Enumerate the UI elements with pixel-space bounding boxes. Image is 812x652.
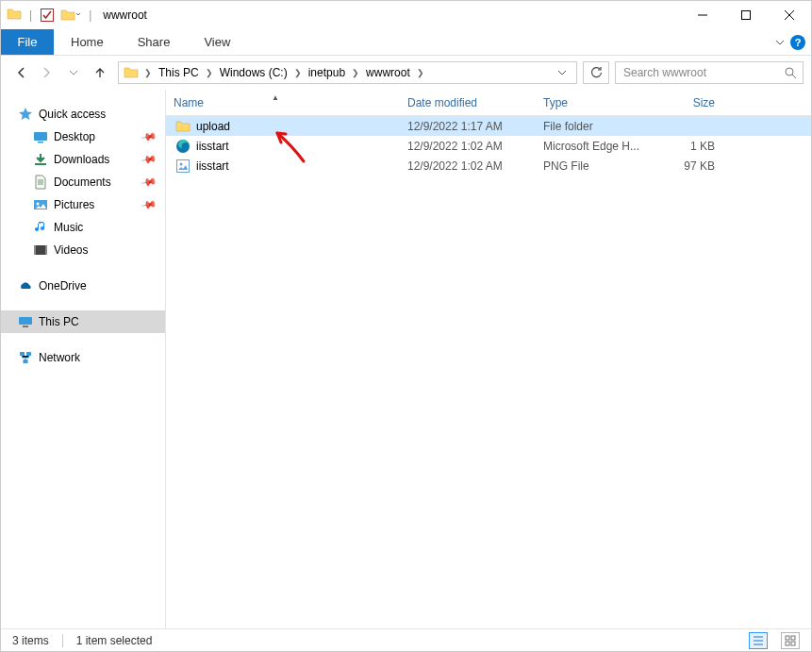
sidebar-item-label: This PC xyxy=(39,315,79,328)
sidebar-videos[interactable]: Videos xyxy=(1,239,165,261)
breadcrumb-inetpub[interactable]: inetpub xyxy=(305,62,349,83)
file-row[interactable]: iisstart 12/9/2022 1:02 AM PNG File 97 K… xyxy=(166,156,811,176)
sidebar-item-label: Quick access xyxy=(39,108,106,121)
breadcrumb-wwwroot[interactable]: wwwroot xyxy=(362,62,414,83)
svg-rect-19 xyxy=(24,359,28,363)
folder-icon xyxy=(121,65,141,80)
chevron-right-icon[interactable]: ❯ xyxy=(204,68,215,77)
status-selection: 1 item selected xyxy=(76,634,153,647)
sidebar-network[interactable]: Network xyxy=(1,346,165,369)
ribbon: File Home Share View ? xyxy=(1,29,811,56)
file-row[interactable]: upload 12/9/2022 1:17 AM File folder xyxy=(166,116,811,136)
svg-rect-2 xyxy=(742,11,751,20)
forward-button[interactable] xyxy=(35,60,59,85)
svg-rect-14 xyxy=(45,245,47,255)
search-box[interactable] xyxy=(615,61,804,84)
sidebar-item-label: Documents xyxy=(54,176,111,189)
address-bar[interactable]: ❯ This PC ❯ Windows (C:) ❯ inetpub ❯ www… xyxy=(118,61,577,84)
column-date[interactable]: Date modified xyxy=(407,96,543,109)
file-tab[interactable]: File xyxy=(1,29,54,55)
pin-icon: 📌 xyxy=(141,174,158,192)
svg-point-22 xyxy=(180,162,183,165)
file-size: 97 KB xyxy=(656,159,732,173)
separator: | xyxy=(27,8,34,22)
svg-rect-8 xyxy=(38,142,43,143)
chevron-right-icon[interactable]: ❯ xyxy=(350,68,361,77)
svg-rect-13 xyxy=(34,245,36,255)
search-input[interactable] xyxy=(621,65,784,80)
minimize-button[interactable] xyxy=(681,1,724,29)
breadcrumb-this-pc[interactable]: This PC xyxy=(155,62,203,83)
search-icon[interactable] xyxy=(784,66,797,79)
sidebar-this-pc[interactable]: This PC xyxy=(1,310,165,333)
file-list-pane: Name ▲ Date modified Type Size upload 12… xyxy=(166,90,811,628)
address-dropdown[interactable] xyxy=(557,68,576,77)
divider xyxy=(62,634,63,647)
svg-rect-12 xyxy=(34,245,47,255)
svg-point-5 xyxy=(786,68,793,75)
view-tab[interactable]: View xyxy=(187,29,247,55)
separator: | xyxy=(87,8,93,22)
sidebar-pictures[interactable]: Pictures 📌 xyxy=(1,193,165,216)
column-name[interactable]: Name ▲ xyxy=(166,96,407,109)
file-rows: upload 12/9/2022 1:17 AM File folder iis… xyxy=(166,116,811,628)
file-row[interactable]: iisstart 12/9/2022 1:02 AM Microsoft Edg… xyxy=(166,136,811,156)
chevron-right-icon[interactable]: ❯ xyxy=(292,68,304,77)
maximize-button[interactable] xyxy=(724,1,768,29)
sidebar-quick-access[interactable]: Quick access xyxy=(1,103,165,125)
thumbnails-view-button[interactable] xyxy=(781,632,800,649)
checkbox-icon[interactable] xyxy=(40,8,55,23)
file-date: 12/9/2022 1:02 AM xyxy=(407,140,543,153)
file-name: iisstart xyxy=(196,159,229,173)
column-size[interactable]: Size xyxy=(656,96,732,109)
sidebar-item-label: Music xyxy=(54,221,83,234)
folder-dropdown-icon[interactable] xyxy=(60,8,81,23)
navigation-row: ❯ This PC ❯ Windows (C:) ❯ inetpub ❯ www… xyxy=(1,56,811,90)
svg-line-6 xyxy=(792,75,796,78)
sidebar-item-label: Network xyxy=(39,351,80,364)
body: Quick access Desktop 📌 Downloads 📌 Docum… xyxy=(1,90,811,628)
help-icon[interactable]: ? xyxy=(790,35,805,50)
details-view-button[interactable] xyxy=(749,632,768,649)
sidebar-item-label: Desktop xyxy=(54,130,95,143)
sidebar-item-label: Videos xyxy=(54,243,88,257)
folder-icon xyxy=(175,119,191,134)
home-tab[interactable]: Home xyxy=(54,29,121,55)
explorer-window: | | wwwroot File Home Share View ? xyxy=(0,0,812,652)
sidebar-item-label: Pictures xyxy=(54,198,94,211)
edge-icon xyxy=(175,139,191,154)
sidebar-downloads[interactable]: Downloads 📌 xyxy=(1,148,165,171)
refresh-button[interactable] xyxy=(583,61,609,84)
back-button[interactable] xyxy=(8,60,33,85)
chevron-right-icon[interactable]: ❯ xyxy=(415,68,426,77)
chevron-right-icon[interactable]: ❯ xyxy=(142,68,154,77)
sidebar-desktop[interactable]: Desktop 📌 xyxy=(1,125,165,148)
svg-rect-27 xyxy=(791,636,795,640)
quick-access-toolbar: | | wwwroot xyxy=(7,7,147,25)
sidebar-music[interactable]: Music xyxy=(1,216,165,239)
file-type: PNG File xyxy=(543,159,656,173)
breadcrumb-drive[interactable]: Windows (C:) xyxy=(216,62,291,83)
status-bar: 3 items 1 item selected xyxy=(1,628,811,651)
recent-dropdown[interactable] xyxy=(61,60,86,85)
file-type: File folder xyxy=(543,120,656,133)
pin-icon: 📌 xyxy=(141,151,158,169)
svg-rect-26 xyxy=(786,636,789,640)
up-button[interactable] xyxy=(88,60,112,85)
chevron-down-icon[interactable] xyxy=(775,38,785,47)
sort-indicator-icon: ▲ xyxy=(272,93,279,102)
svg-rect-21 xyxy=(177,159,190,172)
column-type[interactable]: Type xyxy=(543,96,656,109)
svg-rect-29 xyxy=(791,642,795,645)
svg-rect-18 xyxy=(26,352,31,356)
status-item-count: 3 items xyxy=(12,634,49,647)
sidebar-documents[interactable]: Documents 📌 xyxy=(1,171,165,193)
svg-point-11 xyxy=(37,203,40,206)
sidebar-onedrive[interactable]: OneDrive xyxy=(1,275,165,297)
svg-rect-7 xyxy=(34,132,47,141)
svg-rect-17 xyxy=(20,352,25,356)
sidebar-item-label: Downloads xyxy=(54,153,109,166)
pin-icon: 📌 xyxy=(141,196,158,214)
close-button[interactable] xyxy=(768,1,811,29)
share-tab[interactable]: Share xyxy=(121,29,188,55)
